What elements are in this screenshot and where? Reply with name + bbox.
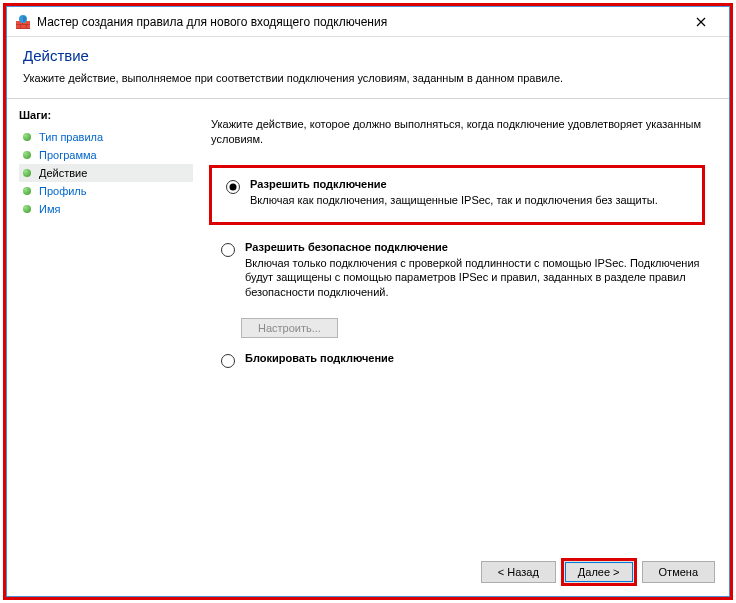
option-allow-secure[interactable]: Разрешить безопасное подключение Включая… (211, 237, 711, 305)
step-label: Действие (39, 167, 87, 179)
header: Действие Укажите действие, выполняемое п… (7, 37, 729, 99)
option-title: Блокировать подключение (245, 352, 394, 364)
option-allow-highlight: Разрешить подключение Включая как подклю… (209, 165, 705, 225)
step-rule-type[interactable]: Тип правила (19, 128, 193, 146)
configure-button: Настроить... (241, 318, 338, 338)
step-label: Программа (39, 149, 97, 161)
radio-allow[interactable] (226, 180, 240, 194)
back-button[interactable]: < Назад (481, 561, 556, 583)
svg-rect-3 (16, 25, 20, 28)
radio-allow-secure[interactable] (221, 243, 235, 257)
bullet-icon (23, 151, 31, 159)
option-title: Разрешить безопасное подключение (245, 241, 705, 253)
radio-block[interactable] (221, 354, 235, 368)
cancel-button[interactable]: Отмена (642, 561, 715, 583)
svg-rect-4 (21, 25, 26, 28)
step-label: Имя (39, 203, 60, 215)
next-button[interactable]: Далее > (561, 558, 637, 586)
option-block[interactable]: Блокировать подключение (211, 348, 711, 372)
step-program[interactable]: Программа (19, 146, 193, 164)
wizard-window: Мастер создания правила для нового входя… (6, 6, 730, 597)
step-profile[interactable]: Профиль (19, 182, 193, 200)
bullet-icon (23, 205, 31, 213)
option-title: Разрешить подключение (250, 178, 658, 190)
step-name[interactable]: Имя (19, 200, 193, 218)
option-desc: Включая только подключения с проверкой п… (245, 256, 705, 301)
option-allow[interactable]: Разрешить подключение Включая как подклю… (216, 174, 694, 212)
footer: < Назад Далее > Отмена (7, 548, 729, 596)
instruction-text: Укажите действие, которое должно выполня… (211, 117, 711, 147)
svg-rect-5 (27, 25, 30, 28)
page-title: Действие (23, 47, 713, 64)
titlebar: Мастер создания правила для нового входя… (7, 7, 729, 37)
step-action[interactable]: Действие (19, 164, 193, 182)
close-button[interactable] (681, 8, 721, 36)
bullet-icon (23, 133, 31, 141)
firewall-icon (15, 14, 31, 30)
step-label: Профиль (39, 185, 87, 197)
bullet-icon (23, 169, 31, 177)
page-subtitle: Укажите действие, выполняемое при соотве… (23, 72, 713, 84)
option-desc: Включая как подключения, защищенные IPSe… (250, 193, 658, 208)
steps-sidebar: Шаги: Тип правила Программа Действие Про… (7, 99, 193, 548)
step-label: Тип правила (39, 131, 103, 143)
bullet-icon (23, 187, 31, 195)
content-area: Укажите действие, которое должно выполня… (193, 99, 729, 548)
window-title: Мастер создания правила для нового входя… (37, 15, 681, 29)
close-icon (696, 17, 706, 27)
steps-heading: Шаги: (19, 109, 193, 121)
